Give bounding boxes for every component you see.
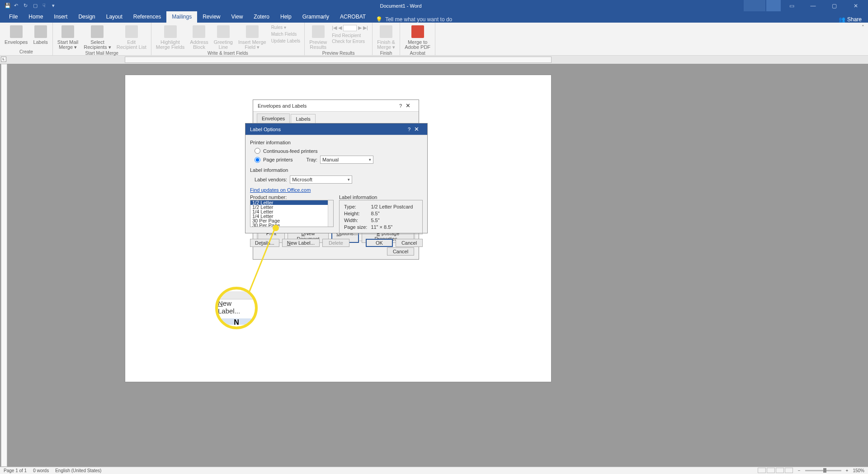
address-icon [193,25,205,38]
mail-merge-icon [61,25,74,38]
pdf-icon [411,25,424,38]
greeting-line-button: Greeting Line [212,24,235,51]
envelopes-tab[interactable]: Envelopes [257,114,290,123]
close-icon[interactable]: ✕ [410,126,423,133]
recipients-icon [91,25,104,38]
minimize-icon[interactable]: — [803,0,823,11]
tab-mailings[interactable]: Mailings [166,11,197,23]
greeting-icon [217,25,230,38]
new-doc-icon[interactable]: ▢ [33,3,39,9]
word-count[interactable]: 0 words [33,468,49,473]
undo-icon[interactable]: ↶ [14,3,20,9]
close-icon[interactable]: ✕ [402,102,414,109]
page-status[interactable]: Page 1 of 1 [4,468,27,473]
insert-merge-field-button: Insert Merge Field ▾ [236,24,268,51]
labels-button[interactable]: Labels [31,24,49,46]
merge-field-icon [246,25,259,38]
page-printers-radio[interactable]: Page printers [255,157,292,163]
update-labels-button: Update Labels [270,38,302,44]
address-block-button: Address Block [188,24,210,51]
zoom-in-button[interactable]: + [846,468,849,473]
tab-selector[interactable]: L [1,57,6,62]
maximize-icon[interactable]: ▢ [824,0,844,11]
tab-view[interactable]: View [226,11,249,23]
envelopes-button[interactable]: Envelopes [3,24,29,46]
lightbulb-icon: 💡 [376,16,382,23]
qat-dropdown-icon[interactable]: ▾ [52,3,58,9]
delete-button[interactable]: Delete [322,239,349,247]
tab-design[interactable]: Design [73,11,100,23]
zoom-slider[interactable] [805,470,841,471]
zoom-level[interactable]: 150% [853,468,864,473]
preview-icon [312,25,325,38]
product-number-listbox[interactable]: 1/2 Letter 1/2 Letter 1/4 Letter 1/4 Let… [250,200,334,227]
last-record-icon: ▶| [363,25,368,31]
tab-review[interactable]: Review [197,11,226,23]
view-buttons[interactable] [757,468,793,474]
tab-acrobat[interactable]: ACROBAT [335,11,371,23]
zoom-out-button[interactable]: − [798,468,801,473]
tab-grammarly[interactable]: Grammarly [297,11,335,23]
tab-insert[interactable]: Insert [48,11,73,23]
tab-file[interactable]: File [4,11,23,23]
first-record-icon: |◀ [332,25,337,31]
tray-dropdown[interactable]: Manual▾ [320,156,373,164]
scrollbar[interactable] [328,200,333,227]
ribbon-tabs: File Home Insert Design Layout Reference… [0,11,868,23]
envelope-icon [10,25,23,38]
redo-icon[interactable]: ↻ [24,3,29,9]
dialog-title-bar[interactable]: Label Options ? ✕ [245,123,427,135]
ribbon: Envelopes Labels Create Start Mail Merge… [0,23,868,56]
close-icon[interactable]: ✕ [845,0,866,11]
tab-references[interactable]: References [128,11,166,23]
tab-zotero[interactable]: Zotero [248,11,275,23]
find-recipient-button: Find Recipient [330,33,369,38]
match-fields-button: Match Fields [270,31,302,37]
continuous-feed-radio[interactable]: Continuous-feed printers [250,147,423,155]
chevron-down-icon: ▾ [348,177,350,182]
ribbon-display-icon[interactable]: ▭ [782,0,802,11]
next-record-icon: ▶ [358,25,362,31]
tell-me[interactable]: 💡 Tell me what you want to do [371,16,457,23]
share-button[interactable]: 👥 Share [839,16,868,23]
select-recipients-button[interactable]: Select Recipients ▾ [82,24,113,51]
save-icon[interactable]: 💾 [5,3,10,9]
merge-to-pdf-button[interactable]: Merge to Adobe PDF [403,24,432,51]
highlight-merge-fields-button: Highlight Merge Fields [154,24,187,51]
finish-merge-button: Finish & Merge ▾ [375,24,397,51]
label-icon [34,25,47,38]
tab-layout[interactable]: Layout [101,11,128,23]
start-mail-merge-button[interactable]: Start Mail Merge ▾ [56,24,80,51]
tab-help[interactable]: Help [275,11,297,23]
cancel-button[interactable]: Cancel [396,239,423,247]
edit-recipient-list-button: Edit Recipient List [115,24,148,51]
check-errors-button: Check for Errors [330,38,369,44]
status-bar: Page 1 of 1 0 words English (United Stat… [0,467,868,474]
share-icon: 👥 [839,16,845,23]
find-updates-link[interactable]: Find updates on Office.com [250,187,311,193]
labels-tab[interactable]: Labels [291,114,315,124]
ruler-row: L [0,56,868,64]
highlight-icon [164,25,177,38]
callout-anchor-dot [273,225,279,231]
account-box[interactable] [744,0,765,11]
collapse-ribbon-icon[interactable]: ˄ [858,23,868,32]
document-area: Envelopes and Labels ? ✕ Envelopes Label… [0,64,868,467]
callout-text: New Label... [218,299,255,315]
touch-mode-icon[interactable]: ☟ [42,3,48,9]
ok-button[interactable]: OK [366,239,393,247]
vendors-dropdown[interactable]: Microsoft▾ [290,175,352,184]
details-button[interactable]: Details... [250,239,279,247]
edit-list-icon [125,25,138,38]
prev-record-icon: ◀ [338,25,342,31]
new-label-button[interactable]: New Label... [282,239,320,247]
horizontal-ruler[interactable] [125,57,552,63]
tab-home[interactable]: Home [23,11,48,23]
account-box-2[interactable] [766,0,781,11]
list-item[interactable]: 30 Per Page [250,223,333,227]
chevron-down-icon: ▾ [369,157,371,162]
window-title: Document1 - Word [58,3,744,9]
language-status[interactable]: English (United States) [55,468,101,473]
record-number-input [343,25,357,31]
vertical-ruler[interactable] [1,64,7,467]
